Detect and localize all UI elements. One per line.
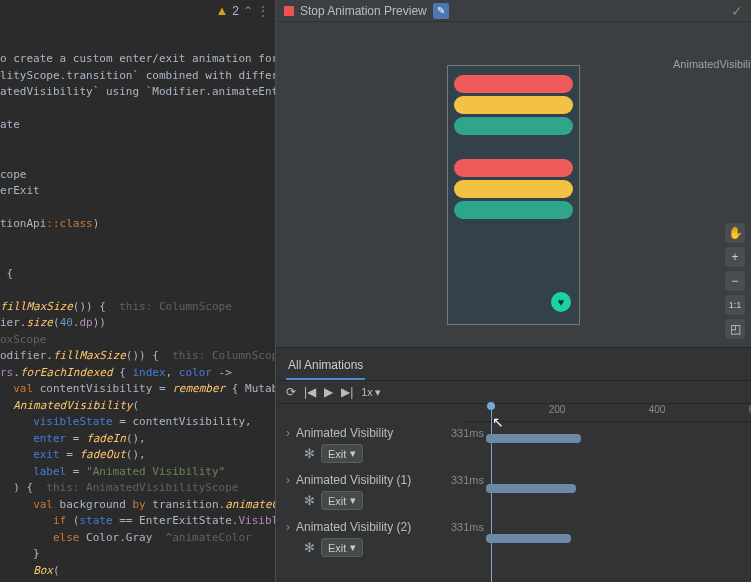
color-bar xyxy=(454,159,573,177)
warning-count: 2 xyxy=(232,4,239,18)
freeze-icon[interactable]: ✻ xyxy=(304,493,315,508)
go-start-button[interactable]: |◀ xyxy=(304,385,316,399)
inspect-icon[interactable]: ⌃ xyxy=(243,4,253,18)
code-line: o create a custom enter/exit animation f… xyxy=(0,52,275,582)
check-icon: ✓ xyxy=(731,3,743,19)
color-bar xyxy=(454,96,573,114)
fab-button[interactable]: ♥ xyxy=(551,292,571,312)
color-bar xyxy=(454,117,573,135)
exit-dropdown[interactable]: Exit ▾ xyxy=(321,538,363,557)
zoom-fit[interactable]: ◰ xyxy=(725,319,745,339)
animation-name: Animated Visibility xyxy=(296,426,451,440)
stop-icon[interactable] xyxy=(284,6,294,16)
speed-dropdown[interactable]: 1x ▾ xyxy=(361,386,381,399)
go-end-button[interactable]: ▶| xyxy=(341,385,353,399)
pan-tool[interactable]: ✋ xyxy=(725,223,745,243)
edit-button[interactable]: ✎ xyxy=(433,3,449,19)
animation-tabs: All Animations xyxy=(276,348,751,381)
animation-sub-row: ✻ Exit ▾ xyxy=(276,489,751,516)
preview-title: Stop Animation Preview xyxy=(300,4,427,18)
chevron-down-icon: ▾ xyxy=(350,447,356,460)
color-bar xyxy=(454,75,573,93)
chevron-down-icon: ▾ xyxy=(350,494,356,507)
device-frame: ♥ xyxy=(447,65,580,325)
loop-button[interactable]: ⟳ xyxy=(286,385,296,399)
more-icon[interactable]: ⋮ xyxy=(257,4,269,18)
color-bar xyxy=(454,180,573,198)
animation-row[interactable]: › Animated Visibility (2) 331ms xyxy=(276,516,751,536)
animation-duration: 331ms xyxy=(451,427,484,439)
track-bar[interactable] xyxy=(486,484,576,493)
playback-controls: ⟳ |◀ ▶ ▶| 1x ▾ xyxy=(276,381,751,404)
zoom-out[interactable]: − xyxy=(725,271,745,291)
freeze-icon[interactable]: ✻ xyxy=(304,446,315,461)
animation-panel: All Animations ⟳ |◀ ▶ ▶| 1x ▾ 200 400 60… xyxy=(276,347,751,582)
exit-dropdown[interactable]: Exit ▾ xyxy=(321,444,363,463)
track-bar[interactable] xyxy=(486,534,571,543)
timeline[interactable]: 200 400 600 800 1000 ↖ › Animated Visibi… xyxy=(276,404,751,582)
chevron-down-icon: ▾ xyxy=(350,541,356,554)
preview-canvas[interactable]: AnimatedVisibility ♥ ✋ + − 1:1 ◰ xyxy=(276,22,751,347)
timeline-ruler: 200 400 600 800 1000 xyxy=(462,404,751,422)
chevron-right-icon[interactable]: › xyxy=(286,520,290,534)
chevron-right-icon[interactable]: › xyxy=(286,473,290,487)
composable-label: AnimatedVisibility xyxy=(673,58,751,70)
color-bar xyxy=(454,138,573,156)
tab-all-animations[interactable]: All Animations xyxy=(286,354,365,380)
zoom-in[interactable]: + xyxy=(725,247,745,267)
track-bar[interactable] xyxy=(486,434,581,443)
animation-name: Animated Visibility (1) xyxy=(296,473,451,487)
zoom-actual[interactable]: 1:1 xyxy=(725,295,745,315)
animation-sub-row: ✻ Exit ▾ xyxy=(276,442,751,469)
exit-dropdown[interactable]: Exit ▾ xyxy=(321,491,363,510)
animation-duration: 331ms xyxy=(451,521,484,533)
color-bar xyxy=(454,222,573,240)
preview-tools: ✋ + − 1:1 ◰ xyxy=(725,223,745,339)
editor-status: ▲ 2 ⌃ ⋮ xyxy=(215,3,269,18)
animation-name: Animated Visibility (2) xyxy=(296,520,451,534)
code-content[interactable]: o create a custom enter/exit animation f… xyxy=(0,0,275,582)
code-editor-panel: ▲ 2 ⌃ ⋮ o create a custom enter/exit ani… xyxy=(0,0,275,582)
freeze-icon[interactable]: ✻ xyxy=(304,540,315,555)
preview-header: Stop Animation Preview ✎ ✓ xyxy=(276,0,751,22)
chevron-down-icon: ▾ xyxy=(375,386,381,399)
play-button[interactable]: ▶ xyxy=(324,385,333,399)
chevron-right-icon[interactable]: › xyxy=(286,426,290,440)
preview-panel: Stop Animation Preview ✎ ✓ AnimatedVisib… xyxy=(275,0,751,582)
color-bar xyxy=(454,201,573,219)
warning-icon: ▲ xyxy=(215,3,228,18)
animation-duration: 331ms xyxy=(451,474,484,486)
